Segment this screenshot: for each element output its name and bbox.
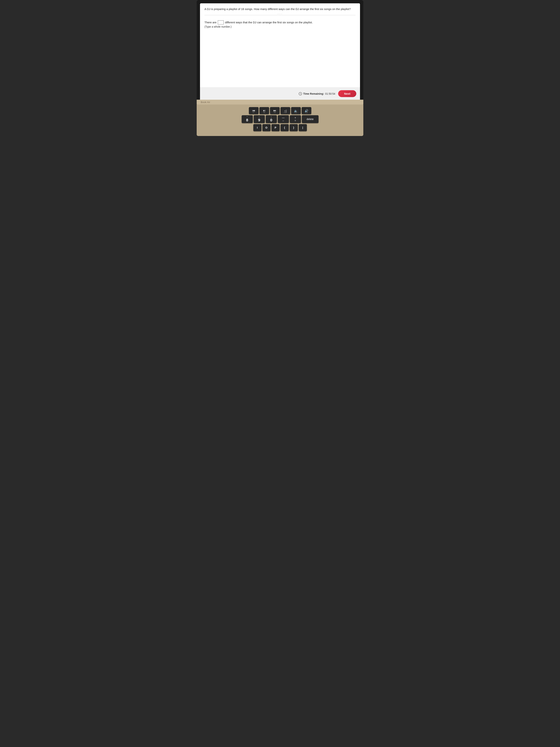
empty-space: [205, 28, 355, 84]
key-f7[interactable]: ⏮ F7: [249, 107, 259, 114]
clock-icon: [299, 92, 302, 96]
key-9[interactable]: ( 9: [254, 115, 265, 123]
key-f10[interactable]: ◁ F10: [281, 107, 290, 114]
key-minus[interactable]: — –: [278, 115, 289, 123]
svg-line-2: [300, 94, 301, 94]
key-i[interactable]: I: [254, 124, 262, 131]
number-row: * 8 ( 9 ) 0 — – + = delete: [199, 115, 361, 123]
answer-suffix: different ways that the DJ can arrange t…: [225, 20, 313, 25]
key-8[interactable]: * 8: [242, 115, 253, 123]
time-remaining-container: Time Remaining: 01:50:54: [299, 92, 335, 96]
key-o[interactable]: O: [262, 124, 271, 131]
key-f11[interactable]: 🔈 F11: [291, 107, 301, 114]
type-hint: (Type a whole number.): [205, 25, 355, 28]
key-equals[interactable]: + =: [290, 115, 301, 123]
key-right-brace[interactable]: }: [290, 124, 298, 131]
key-f12[interactable]: 🔊 F12: [302, 107, 311, 114]
key-f9[interactable]: ⏭ F9: [270, 107, 279, 114]
key-p[interactable]: P: [271, 124, 279, 131]
time-label: Time Remaining:: [303, 92, 324, 95]
key-0[interactable]: ) 0: [266, 115, 277, 123]
bottom-bar: Time Remaining: 01:50:54 Next: [200, 87, 360, 100]
laptop-screen-outer: A DJ is preparing a playlist of 16 songs…: [197, 0, 363, 100]
screen: A DJ is preparing a playlist of 16 songs…: [200, 3, 360, 100]
key-f8[interactable]: ⏯ F8: [260, 107, 269, 114]
content-area: A DJ is preparing a playlist of 16 songs…: [200, 3, 360, 87]
answer-prefix: There are: [205, 20, 216, 25]
key-pipe[interactable]: |: [299, 124, 307, 131]
time-value: 01:50:54: [325, 92, 336, 95]
separator-line: [205, 15, 355, 15]
fn-key-row: ⏮ F7 ⏯ F8 ⏭ F9 ◁ F10 🔈 F11 🔊 F12: [199, 107, 361, 114]
letter-row: I O P { } |: [199, 124, 361, 131]
brand-label: Book Air: [201, 101, 210, 104]
next-button[interactable]: Next: [338, 90, 356, 97]
separator-dots: .....: [276, 12, 284, 15]
key-left-brace[interactable]: {: [281, 124, 289, 131]
keyboard-section: ⏮ F7 ⏯ F8 ⏭ F9 ◁ F10 🔈 F11 🔊 F12 * 8: [197, 104, 363, 136]
answer-input[interactable]: [218, 20, 224, 24]
question-text: A DJ is preparing a playlist of 16 songs…: [205, 7, 355, 11]
key-delete[interactable]: delete: [302, 115, 319, 123]
answer-row: There are different ways that the DJ can…: [205, 20, 355, 25]
